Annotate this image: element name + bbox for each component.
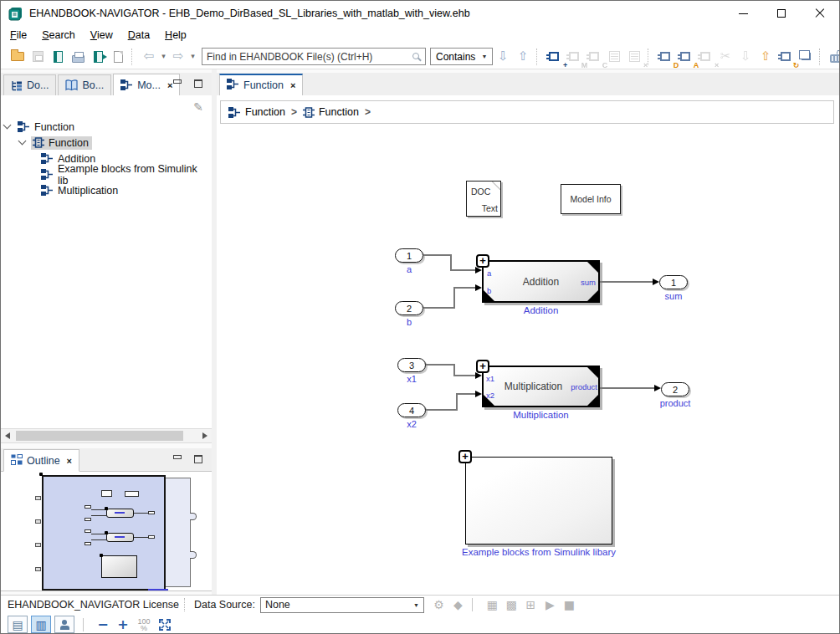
main-tab-close-icon[interactable]: × — [290, 80, 295, 90]
keyboard-shortcuts-icon[interactable] — [827, 47, 840, 67]
collapse-measurements-icon[interactable]: M — [564, 47, 584, 67]
license-status: EHANDBOOK_NAVIGATOR License — [8, 599, 179, 611]
zoom-100-button[interactable]: 100 % — [135, 618, 153, 631]
outline-tab-close-icon[interactable]: × — [67, 456, 72, 466]
outport-sum[interactable]: 1 — [659, 275, 688, 289]
fit-view-button[interactable] — [158, 618, 172, 631]
cut-labels-icon[interactable]: ✂ — [715, 47, 735, 67]
navigate-forward-menu-icon[interactable]: ▾ — [188, 47, 197, 67]
close-button[interactable] — [801, 1, 839, 26]
menu-file[interactable]: File — [3, 28, 34, 43]
collapse-calibrations-icon[interactable]: C — [584, 47, 604, 67]
minimize-button[interactable] — [724, 1, 762, 26]
tab-do[interactable]: Do... — [3, 74, 56, 96]
outport-sum-label: sum — [647, 291, 700, 301]
zoom-in-button[interactable]: + — [113, 616, 133, 632]
save-icon[interactable] — [28, 47, 48, 67]
menu-view[interactable]: View — [83, 28, 120, 43]
multiplication-subsystem-block[interactable]: + x1 x2 product Multiplication — [482, 366, 600, 407]
expand-hierarchy-icon[interactable]: + — [544, 47, 564, 67]
left-panel-maximize-button[interactable] — [192, 77, 205, 89]
expand-subsystem-icon[interactable]: + — [476, 254, 489, 268]
tab-outline[interactable]: Outline × — [3, 449, 79, 472]
model-view-panel: ✎ FunctionFunctionAdditionExample blocks… — [1, 95, 212, 428]
export-labels-icon[interactable]: ⇧ — [755, 47, 776, 67]
measurement-remove-icon[interactable]: ▩ — [502, 596, 521, 613]
tab-bo[interactable]: Bo... — [58, 74, 111, 96]
outline-panel-minimize-button[interactable] — [171, 452, 184, 465]
inport-3[interactable]: 3 — [397, 358, 426, 372]
contact-view-button[interactable] — [54, 616, 74, 633]
zoom-out-button[interactable]: − — [93, 616, 113, 632]
left-panel-hscrollbar[interactable] — [1, 428, 212, 443]
clear-label-list-icon[interactable]: × — [624, 47, 644, 67]
left-tab-bar: Do...Bo...Mo...× — [1, 73, 212, 96]
menu-data[interactable]: Data — [120, 28, 157, 43]
breadcrumb: Function>Function> — [220, 100, 834, 124]
document-model-view-button[interactable]: ▥ — [31, 616, 51, 633]
maximize-button[interactable] — [762, 1, 801, 26]
export-pdf-icon[interactable] — [108, 47, 128, 67]
multiplication-pin-x2: x2 — [486, 391, 494, 400]
import-labels-icon[interactable]: ⇩ — [735, 47, 755, 67]
navigate-back-icon[interactable]: ⇦ — [139, 47, 159, 67]
edit-pencil-icon[interactable]: ✎ — [193, 100, 203, 114]
stop-visualization-icon[interactable]: ■ — [560, 596, 579, 613]
navigate-back-menu-icon[interactable]: ▾ — [159, 47, 168, 67]
model-measurement-icon[interactable]: ⊞ — [521, 596, 540, 613]
inport-2[interactable]: 2 — [395, 301, 423, 315]
export-handbook-icon[interactable] — [88, 47, 108, 67]
tree-item-example-blocks-from-simulink-lib[interactable]: Example blocks from Simulink lib — [1, 166, 212, 182]
open-handbook-icon[interactable] — [48, 47, 68, 67]
inport-4[interactable]: 4 — [397, 403, 426, 417]
document-view-button[interactable]: ▤ — [8, 616, 28, 633]
search-previous-icon[interactable]: ⇧ — [513, 47, 533, 67]
show-annotation-labels-icon[interactable]: A — [675, 47, 695, 67]
outline-panel-maximize-button[interactable] — [192, 452, 205, 465]
outport-product[interactable]: 2 — [661, 382, 689, 396]
show-label-list-icon[interactable] — [604, 47, 624, 67]
remove-labels-icon[interactable]: × — [695, 47, 715, 67]
tree-item-function[interactable]: Function — [1, 119, 212, 135]
data-source-select[interactable]: None ▼ — [260, 597, 424, 613]
menu-help[interactable]: Help — [157, 28, 194, 43]
data-source-icon[interactable]: ◆ — [448, 596, 468, 613]
hscrollbar-thumb[interactable] — [16, 431, 183, 441]
refresh-model-icon[interactable]: ↻ — [776, 47, 796, 67]
tab-function[interactable]: Function × — [219, 74, 303, 96]
outline-thumbnail — [1, 472, 212, 591]
settings-icon[interactable]: ⚙ — [429, 596, 448, 613]
contains-dropdown[interactable]: Contains▼ — [430, 48, 493, 65]
breadcrumb-item-function[interactable]: Function — [303, 106, 359, 118]
navigate-forward-icon[interactable]: ⇨ — [168, 47, 188, 67]
print-icon[interactable] — [68, 47, 88, 67]
scroll-left-icon[interactable] — [5, 432, 10, 439]
search-next-icon[interactable]: ⇩ — [493, 47, 513, 67]
addition-subsystem-block[interactable]: + a b sum Addition — [482, 260, 600, 303]
model-canvas[interactable]: DOC Text Model Info 1 a 2 b — [217, 124, 840, 595]
status-bar: EHANDBOOK_NAVIGATOR License Data Source:… — [1, 595, 839, 614]
search-input[interactable] — [202, 48, 426, 65]
left-panel-minimize-button[interactable] — [171, 77, 184, 89]
addition-pin-b: b — [487, 286, 491, 295]
model-info-label: Model Info — [570, 194, 611, 204]
title-bar: EHANDBOOK-NAVIGATOR - EHB_Demo_DirBased_… — [1, 1, 839, 26]
scroll-right-icon[interactable] — [202, 432, 207, 439]
start-visualization-icon[interactable]: ▶ — [540, 596, 560, 613]
tree-item-function[interactable]: Function — [1, 135, 212, 151]
show-data-labels-icon[interactable]: D — [655, 47, 675, 67]
breadcrumb-item-function[interactable]: Function — [228, 106, 285, 118]
model-info-block[interactable]: Model Info — [561, 184, 621, 214]
search-icon — [412, 53, 419, 59]
expand-subsystem-icon[interactable]: + — [458, 450, 472, 463]
breadcrumb-separator: > — [365, 106, 371, 118]
doc-block-line2: Text — [482, 203, 498, 213]
example-blocks-subsystem[interactable]: + — [465, 457, 612, 545]
menu-search[interactable]: Search — [34, 28, 83, 43]
inport-1[interactable]: 1 — [395, 248, 423, 263]
expand-subsystem-icon[interactable]: + — [476, 360, 489, 373]
open-windows-icon[interactable] — [796, 47, 816, 67]
measurement-view-icon[interactable]: ▦ — [483, 596, 502, 613]
open-file-icon[interactable] — [8, 47, 28, 67]
doc-text-block[interactable]: DOC Text — [466, 181, 501, 217]
